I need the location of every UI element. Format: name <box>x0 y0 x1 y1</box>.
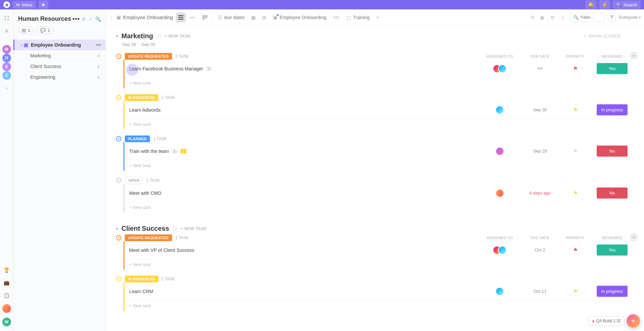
priority-cell[interactable]: ⚑ <box>560 288 590 294</box>
trophy-icon[interactable]: 🏆 <box>3 266 11 274</box>
gear-icon[interactable]: ⚙ <box>549 13 556 21</box>
status-toggle[interactable]: ▾ <box>116 276 121 282</box>
everyone-dropdown[interactable]: Everyone ▾ <box>619 15 641 20</box>
task-row[interactable]: Meet with VP of Client Success Oct 2 ⚑ Y… <box>124 241 634 259</box>
clipboard-icon[interactable]: 📋 <box>3 291 11 299</box>
space-avatar[interactable]: E <box>2 62 11 71</box>
due-date-cell[interactable]: Oct 11 <box>520 289 560 294</box>
status-toggle[interactable]: ▾ <box>116 136 121 142</box>
due-dates-tab[interactable]: ☰ due dates <box>216 13 247 21</box>
new-task-inline[interactable]: + New task <box>124 160 634 171</box>
status-label[interactable]: IN PROGRESS <box>125 94 158 101</box>
search-icon[interactable]: 🔍 <box>95 16 101 22</box>
status-toggle[interactable]: ▾ <box>116 235 121 240</box>
status-toggle[interactable]: ▾ <box>116 95 121 100</box>
assignee-avatar[interactable] <box>495 147 504 156</box>
assignees-cell[interactable] <box>480 287 520 296</box>
assignee-avatar[interactable] <box>498 64 507 73</box>
comments-chip[interactable]: 💬 1 <box>37 26 54 34</box>
onboarding-tab[interactable]: ▣ Employee Onboarding <box>271 13 328 21</box>
pin-icon[interactable] <box>3 27 11 35</box>
more-icon[interactable]: ••• <box>96 42 101 48</box>
sidebar-item[interactable]: Client Success4 <box>13 61 106 72</box>
workspace-avatar[interactable]: W <box>2 318 11 326</box>
due-date-cell[interactable]: Oct 2 <box>520 247 560 253</box>
new-task-inline[interactable]: + New task <box>124 119 634 129</box>
priority-cell[interactable]: ⚑ <box>560 247 590 253</box>
assignee-avatar[interactable] <box>495 106 504 114</box>
reviewed-cell[interactable]: No <box>590 187 634 199</box>
new-task-inline[interactable]: + New task <box>124 202 634 213</box>
new-task-inline[interactable]: + New task <box>124 300 634 311</box>
apps-icon[interactable] <box>3 14 11 22</box>
new-task-inline[interactable]: + New task <box>124 78 634 88</box>
add-column-button[interactable]: + <box>630 52 638 60</box>
priority-cell[interactable]: ⚑ <box>560 148 590 154</box>
sidebar-item-onboarding[interactable]: ▾ ▣ Employee Onboarding ••• <box>13 40 106 50</box>
copy-icon[interactable]: ⧉ <box>529 13 535 21</box>
status-label[interactable]: PLANNED <box>125 135 150 142</box>
reviewed-cell[interactable]: In progress <box>590 104 634 115</box>
board-view-button[interactable] <box>200 12 210 22</box>
filter-input[interactable]: 🔍 <box>570 13 604 22</box>
task-row[interactable]: Learn Facebook Business Manager1 Fri ⚑ Y… <box>124 60 634 78</box>
sidebar-title[interactable]: Human Resources ••• <box>18 15 80 22</box>
status-toggle[interactable]: ▾ <box>116 54 121 59</box>
add-space-icon[interactable]: + <box>3 85 11 93</box>
training-tab[interactable]: ▢ Training <box>344 13 372 21</box>
group-title[interactable]: Marketing <box>121 32 153 40</box>
view-options-button[interactable]: ••• <box>187 12 197 22</box>
inbox-button[interactable]: ✉ Inbox <box>13 1 36 9</box>
space-avatar[interactable]: C <box>2 71 11 80</box>
filter-field[interactable] <box>581 15 601 20</box>
embed-tab[interactable]: </> <box>331 13 342 21</box>
due-date-cell[interactable]: Sep 30 <box>520 107 560 112</box>
new-task-button[interactable]: + NEW TASK <box>164 34 191 39</box>
space-avatar[interactable]: H <box>2 54 11 62</box>
space-avatar[interactable]: M <box>2 45 11 54</box>
sidebar-item[interactable]: Marketing4 <box>13 50 106 61</box>
task-row[interactable]: Meet with CMO 4 days ago ⚑ No <box>124 184 634 202</box>
status-label[interactable]: OPEN <box>125 177 143 184</box>
back-icon[interactable]: ‹ <box>109 13 114 21</box>
grid-tab[interactable]: ⊞ <box>260 13 268 21</box>
status-label[interactable]: IN PROGRESS <box>125 276 158 282</box>
bolt-icon[interactable]: ⚡ <box>599 0 610 9</box>
logo[interactable]: ◆ <box>3 1 10 8</box>
add-column-button[interactable]: + <box>630 233 638 241</box>
search-button[interactable]: 🔍 Search <box>613 1 641 9</box>
breadcrumb[interactable]: ▣ Employee Onboarding <box>116 14 173 20</box>
assignees-cell[interactable] <box>480 106 520 114</box>
reviewed-cell[interactable]: In progress <box>590 286 634 297</box>
status-label[interactable]: UPDATE REQUESTED <box>125 53 172 60</box>
briefcase-icon[interactable]: 💼 <box>3 279 11 287</box>
download-icon[interactable]: ⤓ <box>559 13 566 21</box>
status-toggle[interactable]: ▾ <box>116 178 121 183</box>
priority-cell[interactable]: ⚑ <box>560 107 590 113</box>
assignees-cell[interactable] <box>480 189 520 198</box>
new-task-button[interactable]: + NEW TASK <box>180 226 207 231</box>
user-avatar-small[interactable] <box>2 304 11 313</box>
docs-chip[interactable]: ▤ 1 <box>18 26 34 34</box>
reviewed-cell[interactable]: No <box>590 146 634 157</box>
fab-add-button[interactable]: + <box>627 314 640 328</box>
sidebar-item[interactable]: Engineering4 <box>13 72 106 82</box>
due-date-cell[interactable]: Fri <box>520 66 560 71</box>
assignees-cell[interactable] <box>480 246 520 255</box>
assignees-cell[interactable] <box>480 147 520 156</box>
filter-funnel-button[interactable] <box>608 13 616 21</box>
reviewed-cell[interactable]: Yes <box>590 244 634 256</box>
status-label[interactable]: UPDATE REQUESTED <box>125 234 172 241</box>
add-view-button[interactable]: + <box>374 13 381 21</box>
priority-cell[interactable]: ⚑ <box>560 190 590 196</box>
calendar-tab[interactable]: ▦ <box>249 13 258 21</box>
duplicate-icon[interactable]: ▣ <box>539 13 546 21</box>
info-icon[interactable]: ⓘ <box>156 33 161 39</box>
task-row[interactable]: Train with the team11 Sep 29 ⚑ No <box>124 142 634 160</box>
priority-cell[interactable]: ⚑ <box>560 66 590 72</box>
info-icon[interactable]: ⓘ <box>172 226 177 232</box>
task-row[interactable]: Learn Adwords Sep 30 ⚑ In progress <box>124 101 634 119</box>
group-title[interactable]: Client Success <box>121 225 169 232</box>
assignee-avatar[interactable] <box>495 287 504 296</box>
new-task-inline[interactable]: + New task <box>124 259 634 270</box>
